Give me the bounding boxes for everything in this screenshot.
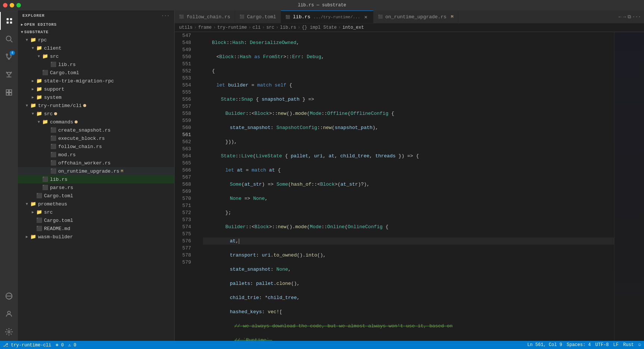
tree-file-follow-chain[interactable]: ⬛ follow_chain.rs <box>18 142 174 151</box>
tree-label: offchain_worker.rs <box>58 160 110 166</box>
line-numbers: 547 548 549 550 551 552 553 554 555 556 … <box>175 32 194 341</box>
tree-folder-client[interactable]: ▼ 📁 client <box>18 44 174 52</box>
activity-settings[interactable] <box>0 323 18 341</box>
sidebar-title: EXPLORER <box>22 13 45 18</box>
minimize-button[interactable] <box>10 3 14 7</box>
tree-file-readme[interactable]: ⬛ README.md <box>18 224 174 233</box>
breadcrumb-impl-state[interactable]: {} impl State <box>302 25 337 30</box>
breadcrumb-into-ext[interactable]: into_ext <box>343 25 364 30</box>
breadcrumb-lib-rs[interactable]: lib.rs <box>280 25 296 30</box>
folder-icon: 📁 <box>36 78 43 84</box>
tree-file-offchain-worker[interactable]: ⬛ offchain_worker.rs <box>18 159 174 167</box>
git-branch[interactable]: ⎇ try-runtime-cli <box>3 342 51 348</box>
activity-git[interactable]: 4 <box>0 48 18 66</box>
tree-label: on_runtime_upgrade.rs <box>58 169 119 174</box>
breadcrumb-frame[interactable]: frame <box>198 25 212 30</box>
tree-label: prometheus <box>38 201 67 207</box>
tree-file-on-runtime-upgrade[interactable]: ⬛ on_runtime_upgrade.rs M <box>18 167 174 175</box>
svg-rect-0 <box>7 18 9 21</box>
tree-file-lib-rs-active[interactable]: ⬛ lib.rs <box>18 175 174 183</box>
tree-folder-system[interactable]: ▶ 📁 system <box>18 93 174 101</box>
tree-folder-wasm-builder[interactable]: ▶ 📁 wasm-builder <box>18 233 174 241</box>
code-line: Builder::<Block>::new().mode(Mode::Offli… <box>203 110 614 117</box>
feedback-icon[interactable]: ☺ <box>638 342 641 348</box>
code-line: <Block::Hash as FromStr>::Err: Debug, <box>203 53 614 60</box>
spaces[interactable]: Spaces: 4 <box>567 342 591 348</box>
maximize-button[interactable] <box>16 3 21 7</box>
tree-folder-prometheus[interactable]: ▼ 📁 prometheus <box>18 200 174 208</box>
warnings[interactable]: ⚠ 0 <box>68 342 76 348</box>
activity-explorer[interactable] <box>0 12 18 30</box>
errors[interactable]: ⊗ 0 <box>56 342 64 348</box>
tab-icon: ⬛ <box>179 15 184 19</box>
tab-icon: ⬛ <box>378 15 382 19</box>
activity-remote[interactable] <box>0 287 18 305</box>
tree-file-create-snapshot[interactable]: ⬛ create_snapshot.rs <box>18 126 174 134</box>
tab-cargo-toml[interactable]: ⬛ Cargo.toml <box>235 10 281 23</box>
code-line: transport: uri.to_owned().into(), <box>203 252 614 259</box>
svg-line-5 <box>10 40 12 42</box>
svg-point-6 <box>6 54 8 56</box>
tree-folder-rpc[interactable]: ▼ 📁 rpc <box>18 36 174 44</box>
tree-folder-support[interactable]: ▶ 📁 support <box>18 85 174 93</box>
tree-folder-try-runtime[interactable]: ▼ 📁 try-runtime/cli <box>18 101 174 110</box>
tree-folder-src-tryruntime[interactable]: ▼ 📁 src <box>18 110 174 118</box>
code-line: Block::Hash: DeserializeOwned, <box>203 39 614 46</box>
language[interactable]: Rust <box>623 342 634 348</box>
status-right: Ln 561, Col 9 Spaces: 4 UTF-8 LF Rust ☺ <box>527 342 641 348</box>
folder-icon: 📁 <box>30 37 37 43</box>
tree-label: try-runtime/cli <box>38 103 82 109</box>
arrow-icon: ▼ <box>24 201 30 207</box>
file-icon: ⬛ <box>36 217 43 224</box>
sidebar-more-icon[interactable]: ··· <box>162 13 170 18</box>
activity-debug[interactable] <box>0 66 18 84</box>
close-button[interactable] <box>3 3 7 7</box>
code-content[interactable]: Block::Hash: DeserializeOwned, <Block::H… <box>201 32 614 341</box>
more-actions-icon[interactable]: ··· <box>632 14 641 20</box>
tree-file-execute-block[interactable]: ⬛ execute_block.rs <box>18 134 174 142</box>
code-line: Some(at_str) => Some(hash_of::<Block>(at… <box>203 181 614 188</box>
line-ending[interactable]: LF <box>613 342 619 348</box>
activity-account[interactable] <box>0 305 18 323</box>
file-icon: ⬛ <box>50 168 57 174</box>
gutter <box>194 32 201 341</box>
tree-file-parse[interactable]: ⬛ parse.rs <box>18 183 174 192</box>
arrow-icon: ▶ <box>30 209 36 215</box>
tab-on-runtime-upgrade[interactable]: ⬛ on_runtime_upgrade.rs M <box>373 10 458 23</box>
breadcrumb-cli[interactable]: cli <box>253 25 261 30</box>
breadcrumb-src[interactable]: src <box>266 25 275 30</box>
go-back-icon[interactable]: ← <box>619 14 622 20</box>
split-editor-icon[interactable]: ⧉ <box>628 14 631 20</box>
substrate-label: SUBSTRATE <box>24 30 49 34</box>
breadcrumb-try-runtime[interactable]: try-runtime <box>217 25 247 30</box>
tree-folder-commands[interactable]: ▼ 📁 commands <box>18 118 174 126</box>
tab-follow-chain[interactable]: ⬛ follow_chain.rs <box>175 10 235 23</box>
code-line-active: at, <box>203 238 614 245</box>
tree-file-lib-rs-client[interactable]: ⬛ lib.rs <box>18 60 174 69</box>
go-forward-icon[interactable]: → <box>623 14 626 20</box>
tree-file-cargo-client[interactable]: ⬛ Cargo.toml <box>18 69 174 77</box>
tree-file-cargo-prometheus[interactable]: ⬛ Cargo.toml <box>18 216 174 224</box>
activity-extensions[interactable] <box>0 84 18 101</box>
tree-label: state-trie-migration-rpc <box>44 78 114 84</box>
arrow-icon <box>44 152 50 158</box>
tree-folder-src-prometheus[interactable]: ▶ 📁 src <box>18 208 174 216</box>
ln-col[interactable]: Ln 561, Col 9 <box>527 342 562 348</box>
file-icon: ⬛ <box>50 127 57 133</box>
tree-label: parse.rs <box>50 185 73 191</box>
substrate-root[interactable]: ▼ SUBSTRATE <box>18 28 174 36</box>
tree-file-cargo-tryruntime[interactable]: ⬛ Cargo.toml <box>18 192 174 200</box>
encoding[interactable]: UTF-8 <box>595 342 609 348</box>
sidebar-content[interactable]: ▶ OPEN EDITORS ▼ SUBSTRATE ▼ 📁 rpc ▼ 📁 c… <box>18 21 174 341</box>
open-editors-section[interactable]: ▶ OPEN EDITORS <box>18 21 174 28</box>
tree-folder-src-client[interactable]: ▼ 📁 src <box>18 52 174 60</box>
activity-search[interactable] <box>0 30 18 48</box>
tree-folder-state-trie[interactable]: ▶ 📁 state-trie-migration-rpc <box>18 77 174 85</box>
tab-lib-rs[interactable]: ⬛ lib.rs .../try-runtime/... ✕ <box>281 10 373 23</box>
tree-file-mod[interactable]: ⬛ mod.rs <box>18 151 174 159</box>
svg-rect-11 <box>6 93 9 95</box>
tab-close-icon[interactable]: ✕ <box>363 13 368 21</box>
arrow-icon: ▶ <box>30 86 36 92</box>
svg-point-15 <box>8 331 10 333</box>
breadcrumb-utils[interactable]: utils <box>179 25 193 30</box>
